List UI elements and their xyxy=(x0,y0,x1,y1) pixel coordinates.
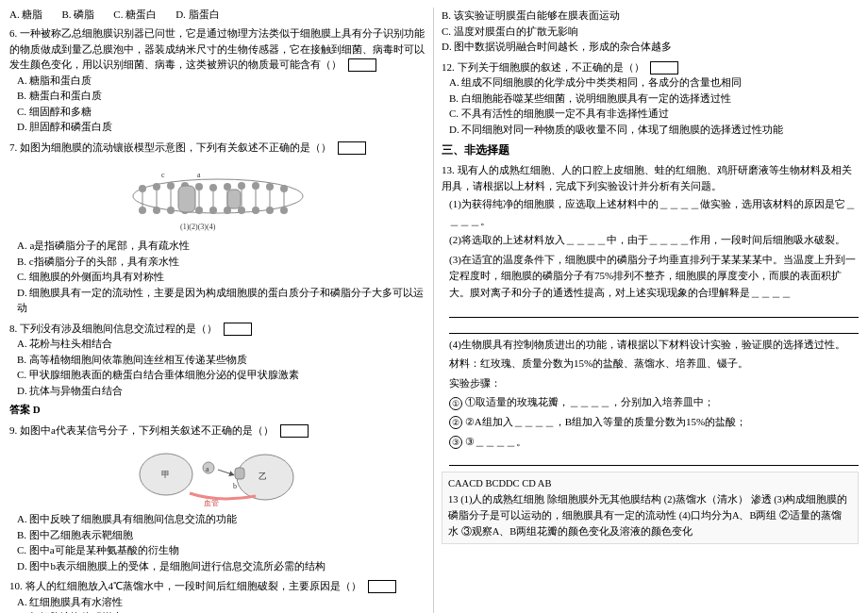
q6-number: 6. xyxy=(9,27,17,39)
svg-text:(1)(2)(3)(4): (1)(2)(3)(4) xyxy=(180,223,216,231)
svg-point-6 xyxy=(209,184,217,191)
membrane-model-diagram: a c (1)(2)(3)(4) xyxy=(124,158,312,234)
q7-diagram-container: a c (1)(2)(3)(4) xyxy=(9,158,426,234)
q8-opt-C: C. 甲状腺细胞表面的糖蛋白结合垂体细胞分泌的促甲状腺激素 xyxy=(17,367,426,383)
answers-row: CAACD BCDDC CD AB xyxy=(448,476,852,492)
svg-point-44 xyxy=(280,207,288,214)
q13-sub4: (4)生物膜具有控制物质进出的功能，请根据以下材料设计实验，验证膜的选择透过性。 xyxy=(449,337,859,354)
section3-title: 三、非选择题 xyxy=(442,142,859,158)
svg-point-34 xyxy=(139,207,146,214)
q13-step1: ① ①取适量的玫瑰花瓣，＿＿＿＿，分别加入培养皿中； xyxy=(449,394,859,411)
q6-options: A. 糖脂和蛋白质 B. 糖蛋白和蛋白质 C. 细固醇和多糖 D. 胆固醇和磷蛋… xyxy=(17,73,426,135)
svg-point-5 xyxy=(195,183,203,191)
q11-continued: B. 该实验证明膜蛋白能够在膜表面运动 C. 温度对膜蛋白的扩散无影响 D. 图… xyxy=(442,8,859,55)
q13-number: 13. xyxy=(442,164,455,175)
svg-point-42 xyxy=(252,207,259,214)
q7-opt-A: A. a是指磷脂分子的尾部，具有疏水性 xyxy=(17,238,426,254)
q13-sub1-text: (1)为获得纯净的细胞膜，应选取上述材料中的＿＿＿＿做实验，选用该材料的原因是它… xyxy=(449,198,856,226)
q6-opt-D: D. 胆固醇和磷蛋白质 xyxy=(17,119,426,135)
svg-text:b: b xyxy=(233,482,237,490)
q10-answer-box xyxy=(368,580,396,593)
svg-text:a: a xyxy=(206,465,209,473)
q12-opt-D: D. 不同细胞对同一种物质的吸收量不同，体现了细胞膜的选择透过性功能 xyxy=(449,122,859,138)
q7-opt-B: B. c指磷脂分子的头部，具有亲水性 xyxy=(17,254,426,270)
q11-opt-D: D. 图中数据说明融合时间越长，形成的杂合体越多 xyxy=(442,39,859,55)
top-options: A. 糖脂 B. 磷脂 C. 糖蛋白 D. 脂蛋白 xyxy=(9,8,426,22)
q8-text: 下列没有涉及细胞间信息交流过程的是（） xyxy=(20,323,217,334)
q13-answers: 13 (1)人的成熟红细胞 除细胞膜外无其他膜结构 (2)蒸馏水（清水） 渗透 … xyxy=(448,492,852,539)
question-12: 12. 下列关于细胞膜的叙述，不正确的是（） A. 组成不同细胞膜的化学成分中类… xyxy=(442,59,859,138)
svg-point-7 xyxy=(224,183,231,191)
svg-point-3 xyxy=(167,182,175,190)
q9-answer-box xyxy=(280,424,309,438)
q13-sub1: (1)为获得纯净的细胞膜，应选取上述材料中的＿＿＿＿做实验，选用该材料的原因是它… xyxy=(449,196,859,229)
q8-answer: 答案 D xyxy=(9,402,426,418)
q13-step2-text: ②A组加入＿＿＿＿，B组加入等量的质量分数为15%的盐酸； xyxy=(465,416,746,427)
q10-opt-A: A. 红细胞膜具有水溶性 xyxy=(17,594,426,610)
step3-circle: ③ xyxy=(449,436,462,449)
q13-materials: 材料：红玫瑰、质量分数为15%的盐酸、蒸馏水、培养皿、镊子。 xyxy=(449,356,859,373)
question-8: 8. 下列没有涉及细胞间信息交流过程的是（） A. 花粉与柱头相结合 B. 高等… xyxy=(9,321,426,418)
q12-opt-C: C. 不具有活性的细胞膜一定不具有非选择性通过 xyxy=(449,106,859,122)
q13-steps-title: 实验步骤： xyxy=(449,375,859,392)
svg-text:a: a xyxy=(197,171,201,179)
q9-opt-B: B. 图中乙细胞表示靶细胞 xyxy=(17,527,426,543)
q6-opt-A: A. 糖脂和蛋白质 xyxy=(17,73,426,89)
q9-options: A. 图中反映了细胞膜具有细胞间信息交流的功能 B. 图中乙细胞表示靶细胞 C.… xyxy=(17,511,426,573)
svg-point-39 xyxy=(209,207,217,214)
svg-point-35 xyxy=(153,207,160,214)
svg-point-38 xyxy=(195,207,203,214)
svg-point-11 xyxy=(280,185,288,192)
question-6: 6. 一种被称乙总细胞膜识别器已问世，它是通过物理方法类似于细胞膜上具有分子识别… xyxy=(9,25,426,135)
svg-text:乙: 乙 xyxy=(259,472,267,481)
svg-text:血管: 血管 xyxy=(204,499,219,507)
q12-opt-A: A. 组成不同细胞膜的化学成分中类类相同，各成分的含量也相同 xyxy=(449,75,859,91)
q8-opt-B: B. 高等植物细胞间依靠胞间连丝相互传递某些物质 xyxy=(17,352,426,368)
step1-circle: ① xyxy=(449,397,462,410)
q9-opt-D: D. 图中b表示细胞膜上的受体，是细胞间进行信息交流所必需的结构 xyxy=(17,558,426,574)
q9-opt-A: A. 图中反映了细胞膜具有细胞间信息交流的功能 xyxy=(17,511,426,527)
q13-sub3: (3)在适宜的温度条件下，细胞膜中的磷脂分子均垂直排列于某某某某中。当温度上升到… xyxy=(449,252,859,334)
svg-point-8 xyxy=(238,182,245,190)
q9-opt-C: C. 图中a可能是某种氨基酸的衍生物 xyxy=(17,542,426,558)
q13-intro: 现有人的成熟红细胞、人的口腔上皮细胞、蛙的红细胞、鸡肝研磨液等生物材料及相关用具… xyxy=(442,164,852,191)
q7-number: 7. xyxy=(9,141,17,153)
question-7: 7. 如图为细胞膜的流动镶嵌模型示意图，下列有关叙述不正确的是（） xyxy=(9,140,426,316)
q9-text: 如图中a代表某信号分子，下列相关叙述不正确的是（） xyxy=(20,424,274,436)
q8-answer-box xyxy=(224,323,252,336)
svg-rect-46 xyxy=(227,190,241,208)
q12-text: 下列关于细胞膜的叙述，不正确的是（） xyxy=(458,61,644,73)
page: A. 糖脂 B. 磷脂 C. 糖蛋白 D. 脂蛋白 6. 一种被称乙总细胞膜识别… xyxy=(0,0,868,613)
svg-point-9 xyxy=(252,182,259,190)
q11-opt-B: B. 该实验证明膜蛋白能够在膜表面运动 xyxy=(442,8,859,24)
q13-step1-text: ①取适量的玫瑰花瓣，＿＿＿＿，分别加入培养皿中； xyxy=(465,396,714,407)
q8-opt-D: D. 抗体与异物蛋白结合 xyxy=(17,383,426,399)
signal-molecule-diagram: 甲 a 乙 b 血管 xyxy=(133,441,303,507)
q7-text: 如图为细胞膜的流动镶嵌模型示意图，下列有关叙述不正确的是（） xyxy=(20,141,331,153)
q7-opt-C: C. 细胞膜的外侧面均具有对称性 xyxy=(17,269,426,285)
option-D: D. 脂蛋白 xyxy=(175,8,219,22)
svg-rect-45 xyxy=(178,186,195,212)
q12-options: A. 组成不同细胞膜的化学成分中类类相同，各成分的含量也相同 B. 白细胞能吞噬… xyxy=(449,75,859,137)
option-C: C. 糖蛋白 xyxy=(113,8,157,22)
q9-diagram-container: 甲 a 乙 b 血管 xyxy=(9,441,426,507)
step2-circle: ② xyxy=(449,416,462,429)
q6-opt-B: B. 糖蛋白和蛋白质 xyxy=(17,88,426,104)
svg-text:c: c xyxy=(161,171,165,179)
right-column: B. 该实验证明膜蛋白能够在膜表面运动 C. 温度对膜蛋白的扩散无影响 D. 图… xyxy=(434,8,859,613)
q13-materials-text: 材料：红玫瑰、质量分数为15%的盐酸、蒸馏水、培养皿、镊子。 xyxy=(449,357,748,369)
q13-sub2-text: (2)将选取的上述材料放入＿＿＿＿中，由于＿＿＿＿作用，一段时间后细胞吸水破裂。 xyxy=(449,234,845,245)
q13-sub4-text: (4)生物膜具有控制物质进出的功能，请根据以下材料设计实验，验证膜的选择透过性。 xyxy=(449,339,845,350)
svg-point-43 xyxy=(266,207,274,214)
q8-number: 8. xyxy=(9,323,17,334)
q7-options: A. a是指磷脂分子的尾部，具有疏水性 B. c指磷脂分子的头部，具有亲水性 C… xyxy=(17,238,426,316)
q13-step3-text: ③＿＿＿＿。 xyxy=(465,436,526,447)
left-column: A. 糖脂 B. 磷脂 C. 糖蛋白 D. 脂蛋白 6. 一种被称乙总细胞膜识别… xyxy=(9,8,434,613)
q13-step3: ③ ③＿＿＿＿。 xyxy=(449,434,859,467)
q13-sub2: (2)将选取的上述材料放入＿＿＿＿中，由于＿＿＿＿作用，一段时间后细胞吸水破裂。 xyxy=(449,232,859,249)
q12-number: 12. xyxy=(442,61,455,73)
q10-text: 将人的红细胞放入4℃蒸馏水中，一段时间后红细胞破裂，主要原因是（） xyxy=(25,580,362,591)
q11-opt-C: C. 温度对膜蛋白的扩散无影响 xyxy=(442,24,859,40)
svg-point-36 xyxy=(167,207,175,214)
svg-point-10 xyxy=(266,183,274,191)
